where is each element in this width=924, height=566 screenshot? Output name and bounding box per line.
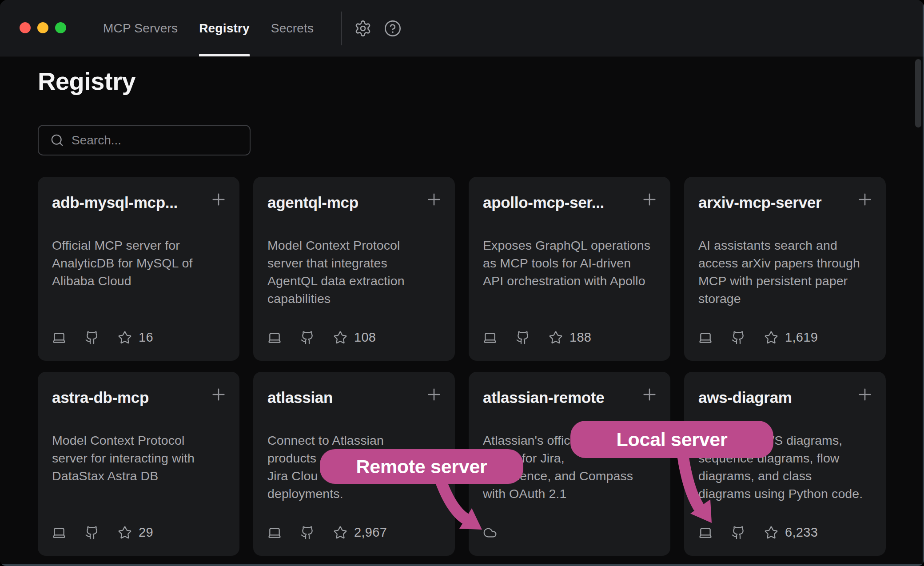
server-name: aws-diagram (698, 389, 858, 407)
server-card-footer: 108 (267, 330, 441, 345)
server-card-footer (483, 526, 656, 540)
main-tabs: MCP ServersRegistrySecrets (103, 0, 314, 56)
server-card-footer: 16 (52, 330, 225, 345)
server-card[interactable]: apollo-mcp-ser... Exposes GraphQL operat… (469, 177, 670, 361)
page-title: Registry (38, 67, 135, 96)
star-count: 1,619 (785, 330, 818, 345)
plus-icon (640, 190, 659, 209)
server-name: agentql-mcp (267, 194, 427, 211)
server-card-footer: 6,233 (698, 525, 872, 540)
laptop-icon (698, 331, 713, 345)
tab-registry[interactable]: Registry (199, 0, 250, 56)
traffic-lights (20, 22, 66, 33)
server-card-footer: 29 (52, 525, 225, 540)
star-icon (333, 331, 347, 345)
help-button[interactable] (382, 18, 403, 39)
star-count: 29 (139, 525, 153, 540)
question-circle-icon (384, 20, 402, 37)
server-description: Atlassian's official MCP server for Jira… (483, 431, 656, 502)
server-card[interactable]: adb-mysql-mcp... Official MCP server for… (38, 177, 239, 361)
plus-icon (856, 190, 874, 209)
server-name: adb-mysql-mcp... (52, 194, 212, 211)
server-card[interactable]: agentql-mcp Model Context Protocol serve… (253, 177, 455, 361)
star-rating: 2,967 (333, 525, 387, 540)
star-rating: 16 (118, 330, 153, 345)
add-server-button[interactable] (424, 189, 444, 210)
star-icon (333, 526, 347, 540)
add-server-button[interactable] (208, 384, 229, 405)
vertical-scrollbar-thumb[interactable] (915, 59, 921, 128)
add-server-button[interactable] (855, 384, 875, 405)
server-name: atlassian (267, 389, 427, 407)
close-window-button[interactable] (20, 22, 31, 33)
plus-icon (209, 385, 228, 404)
server-card[interactable]: arxiv-mcp-server AI assistants search an… (684, 177, 886, 361)
settings-button[interactable] (353, 18, 373, 39)
star-rating: 108 (333, 330, 376, 345)
laptop-icon (52, 526, 66, 540)
star-icon (764, 526, 778, 540)
server-name: atlassian-remote (483, 389, 643, 407)
plus-icon (425, 385, 443, 404)
add-server-button[interactable] (855, 189, 875, 210)
title-bar: MCP ServersRegistrySecrets (0, 0, 924, 56)
star-count: 108 (354, 330, 376, 345)
minimize-window-button[interactable] (37, 22, 48, 33)
server-card[interactable]: atlassian-remote Atlassian's official MC… (469, 372, 670, 556)
star-rating: 6,233 (764, 525, 818, 540)
github-icon[interactable] (85, 331, 99, 345)
server-name: apollo-mcp-ser... (483, 194, 643, 211)
star-icon (118, 331, 132, 345)
add-server-button[interactable] (639, 189, 660, 210)
server-card-footer: 2,967 (267, 525, 441, 540)
server-card[interactable]: astra-db-mcp Model Context Protocol serv… (38, 372, 239, 556)
tab-mcp-servers[interactable]: MCP Servers (103, 0, 178, 56)
plus-icon (209, 190, 228, 209)
add-server-button[interactable] (424, 384, 444, 405)
star-icon (549, 331, 563, 345)
github-icon[interactable] (300, 331, 315, 345)
star-icon (764, 331, 778, 345)
app-window: MCP ServersRegistrySecrets Registry adb-… (0, 0, 924, 566)
server-card[interactable]: aws-diagram Generate AWS diagrams, seque… (684, 372, 886, 556)
laptop-icon (483, 331, 497, 345)
search-box (38, 125, 251, 155)
star-rating: 188 (549, 330, 591, 345)
star-count: 188 (570, 330, 591, 345)
server-name: arxiv-mcp-server (698, 194, 858, 211)
github-icon[interactable] (731, 331, 745, 345)
search-icon (50, 133, 64, 147)
plus-icon (640, 385, 659, 404)
server-card-footer: 1,619 (698, 330, 872, 345)
add-server-button[interactable] (639, 384, 660, 405)
tab-secrets[interactable]: Secrets (271, 0, 314, 56)
star-icon (118, 526, 132, 540)
star-count: 2,967 (354, 525, 387, 540)
star-count: 16 (139, 330, 153, 345)
server-card[interactable]: atlassian Connect to Atlassian products … (253, 372, 455, 556)
cloud-icon (483, 526, 497, 540)
registry-page: Registry adb-mysql-mcp... Official MCP s… (0, 57, 924, 566)
laptop-icon (698, 526, 713, 540)
star-count: 6,233 (785, 525, 818, 540)
plus-icon (856, 385, 874, 404)
zoom-window-button[interactable] (55, 22, 66, 33)
laptop-icon (52, 331, 66, 345)
toolbar-divider (341, 12, 342, 45)
github-icon[interactable] (85, 526, 99, 540)
registry-grid: adb-mysql-mcp... Official MCP server for… (38, 177, 886, 556)
github-icon[interactable] (300, 526, 315, 540)
github-icon[interactable] (516, 331, 530, 345)
server-card-footer: 188 (483, 330, 656, 345)
laptop-icon (267, 331, 282, 345)
star-rating: 1,619 (764, 330, 818, 345)
add-server-button[interactable] (208, 189, 229, 210)
server-description: Exposes GraphQL operations as MCP tools … (483, 236, 656, 290)
server-description: AI assistants search and access arXiv pa… (698, 236, 872, 307)
github-icon[interactable] (731, 526, 745, 540)
server-description: Generate AWS diagrams, sequence diagrams… (698, 431, 872, 502)
server-description: Connect to Atlassian products Jira Clou … (267, 431, 441, 502)
search-input[interactable] (72, 133, 243, 147)
server-description: Model Context Protocol server that integ… (267, 236, 441, 307)
gear-icon (354, 20, 372, 37)
